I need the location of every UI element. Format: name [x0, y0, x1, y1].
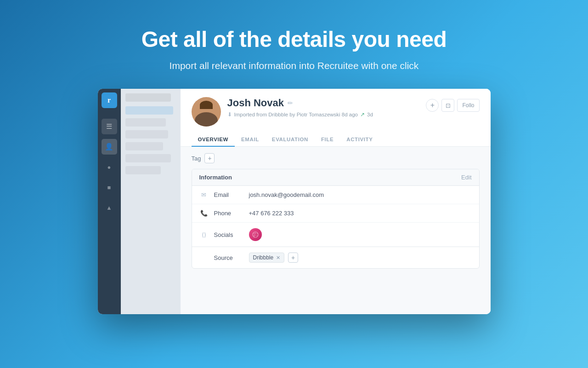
download-icon: ⬇	[227, 111, 232, 118]
tab-file[interactable]: FILE	[315, 133, 340, 147]
sidebar-item-5[interactable]: ▲	[102, 200, 117, 215]
sidebar-item-1[interactable]: ☰	[102, 119, 117, 134]
add-button[interactable]: +	[426, 99, 439, 112]
sidebar-item-3[interactable]: ●	[102, 159, 117, 175]
tag-row: Tag +	[192, 153, 480, 163]
tab-overview[interactable]: OVERVIEW	[192, 133, 235, 147]
phone-field-name: Phone	[214, 210, 249, 217]
email-field-name: Email	[214, 191, 249, 198]
email-icon: ✉	[199, 191, 209, 198]
card-header: Information Edit	[192, 169, 479, 186]
bookmark-button[interactable]: ⊡	[441, 99, 454, 112]
candidate-details: Josh Novak ✏ ⬇ Imported from Dribbble by…	[227, 97, 373, 118]
source-tag-text: Dribbble	[253, 254, 274, 261]
avatar	[192, 97, 221, 126]
candidate-panel: Josh Novak ✏ ⬇ Imported from Dribbble by…	[181, 89, 491, 314]
candidate-header: Josh Novak ✏ ⬇ Imported from Dribbble by…	[181, 89, 491, 126]
info-row-source: Source Dribbble ✕ +	[192, 247, 479, 268]
information-card: Information Edit ✉ Email josh.novak@good…	[192, 169, 480, 269]
tab-evaluation[interactable]: EVALUATION	[266, 133, 315, 147]
app-window: r ☰ 👤 ● ■ ▲	[98, 89, 491, 314]
candidate-info: Josh Novak ✏ ⬇ Imported from Dribbble by…	[192, 97, 373, 126]
dribbble-social-icon[interactable]	[249, 228, 262, 241]
source-tag: Dribbble ✕	[249, 253, 285, 263]
tab-activity[interactable]: ACTIVITY	[340, 133, 379, 147]
source-field-name: Source	[214, 254, 249, 261]
sidebar-item-2[interactable]: 👤	[102, 139, 117, 155]
phone-value: +47 676 222 333	[249, 210, 294, 217]
candidate-name-row: Josh Novak ✏	[227, 97, 373, 109]
info-row-phone: 📞 Phone +47 676 222 333	[192, 204, 479, 223]
tabs-bar: OVERVIEW EMAIL EVALUATION FILE ACTIVITY	[181, 133, 491, 147]
candidate-meta: ⬇ Imported from Dribbble by Piotr Tomasz…	[227, 111, 373, 118]
candidate-actions: + ⊡ Follo	[426, 99, 479, 112]
edit-link[interactable]: Edit	[461, 174, 471, 181]
edit-icon[interactable]: ✏	[288, 99, 293, 107]
svg-line-3	[254, 232, 255, 237]
meta-days: 3d	[367, 112, 373, 117]
tag-label: Tag	[192, 155, 201, 162]
sidebar-item-4[interactable]: ■	[102, 179, 117, 195]
left-list-panel	[121, 89, 181, 314]
trend-icon: ↗	[360, 111, 365, 118]
svg-point-0	[253, 232, 258, 237]
sidebar-logo: r	[102, 92, 117, 108]
main-title: Get all of the details you need	[141, 27, 447, 52]
meta-import-text: Imported from Dribbble by Piotr Tomaszew…	[234, 112, 358, 117]
sub-title: Import all relevant information into Rec…	[141, 60, 447, 71]
email-value: josh.novak@goodemail.com	[249, 191, 324, 198]
tab-email[interactable]: EMAIL	[235, 133, 266, 147]
panel-content: Tag + Information Edit ✉ Email josh.nova…	[181, 147, 491, 314]
info-row-socials: ⟨⟩ Socials	[192, 223, 479, 247]
follow-button[interactable]: Follo	[457, 99, 479, 112]
page-background: Get all of the details you need Import a…	[0, 0, 588, 368]
phone-icon: 📞	[199, 210, 209, 217]
sidebar: r ☰ 👤 ● ■ ▲	[98, 89, 121, 314]
source-tag-close[interactable]: ✕	[276, 255, 280, 261]
info-row-email: ✉ Email josh.novak@goodemail.com	[192, 186, 479, 204]
source-add-button[interactable]: +	[288, 253, 298, 263]
socials-icon: ⟨⟩	[199, 231, 209, 238]
socials-field-name: Socials	[214, 231, 249, 238]
header-section: Get all of the details you need Import a…	[141, 27, 447, 71]
tag-add-button[interactable]: +	[204, 153, 215, 163]
card-title: Information	[199, 174, 232, 181]
candidate-name: Josh Novak	[227, 97, 284, 109]
